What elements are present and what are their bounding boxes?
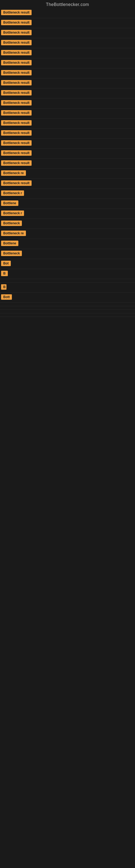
bottleneck-result-badge[interactable]: Bottleneck result <box>1 20 32 25</box>
list-item: Bottleneck result <box>0 48 135 58</box>
list-item: Bottlene <box>0 239 135 249</box>
list-item: B <box>0 269 135 279</box>
bottleneck-result-badge[interactable]: Bottleneck result <box>1 180 32 186</box>
bottleneck-result-badge[interactable]: Bottleneck re <box>1 170 26 176</box>
bottleneck-result-badge[interactable]: Bottleneck re <box>1 230 26 236</box>
list-item: Bottleneck result <box>0 58 135 68</box>
bottleneck-result-badge[interactable]: Bottleneck result <box>1 60 32 65</box>
list-item: Bottleneck result <box>0 119 135 129</box>
bottleneck-result-badge[interactable]: Bottleneck result <box>1 160 32 166</box>
list-item: Bottleneck result <box>0 129 135 138</box>
bottleneck-result-badge[interactable]: Bottleneck result <box>1 90 32 95</box>
bottleneck-result-badge[interactable]: Bottleneck result <box>1 120 32 126</box>
bottleneck-result-badge[interactable]: Bottlene <box>1 200 18 206</box>
bottleneck-result-badge[interactable]: Bottleneck r <box>1 190 24 196</box>
bottleneck-result-badge[interactable]: B <box>1 284 6 290</box>
bottleneck-result-badge[interactable]: Bottleneck result <box>1 50 32 55</box>
bottleneck-result-badge[interactable]: Bottleneck <box>1 251 22 256</box>
list-item: Bottleneck result <box>0 18 135 28</box>
bottleneck-result-badge[interactable]: B <box>1 271 8 276</box>
bottleneck-result-badge[interactable]: Bottleneck result <box>1 130 32 135</box>
list-item: Bot <box>0 259 135 269</box>
list-item: Bottlene <box>0 199 135 209</box>
list-item: Bottleneck result <box>0 98 135 108</box>
list-item: Bottleneck result <box>0 108 135 119</box>
list-item <box>0 306 135 310</box>
bottleneck-result-badge[interactable]: Bottleneck result <box>1 40 32 45</box>
bottleneck-result-badge[interactable]: Bottleneck r <box>1 211 24 216</box>
list-item: Bottleneck result <box>0 179 135 189</box>
list-item <box>0 279 135 283</box>
site-title: TheBottlenecker.com <box>0 0 135 8</box>
bottleneck-result-badge[interactable]: Bot <box>1 261 11 266</box>
bottleneck-result-badge[interactable]: Bottleneck result <box>1 70 32 75</box>
list-item: Bottleneck result <box>0 88 135 98</box>
list-item: Bottleneck re <box>0 229 135 239</box>
list-item: Bottleneck result <box>0 79 135 88</box>
list-item <box>0 313 135 317</box>
list-item: Bottleneck result <box>0 138 135 149</box>
list-item: Bottleneck re <box>0 169 135 179</box>
list-item: B <box>0 283 135 293</box>
bottleneck-result-badge[interactable]: Bottleneck result <box>1 30 32 35</box>
bottleneck-result-badge[interactable]: Bott <box>1 294 12 300</box>
list-item: Bottleneck result <box>0 68 135 79</box>
list-item: Bottleneck result <box>0 149 135 159</box>
list-item: Bottleneck result <box>0 159 135 169</box>
list-item <box>0 317 135 320</box>
list-item: Bottleneck <box>0 219 135 229</box>
list-item <box>0 310 135 313</box>
list-item: Bottleneck result <box>0 38 135 48</box>
bottleneck-result-badge[interactable]: Bottleneck result <box>1 140 32 146</box>
bottleneck-result-badge[interactable]: Bottleneck result <box>1 150 32 156</box>
bottleneck-result-badge[interactable]: Bottleneck result <box>1 10 32 15</box>
bottleneck-result-badge[interactable]: Bottleneck result <box>1 80 32 86</box>
list-item: Bottleneck <box>0 249 135 259</box>
bottleneck-result-badge[interactable]: Bottlene <box>1 241 18 246</box>
list-item <box>0 303 135 306</box>
list-item: Bottleneck r <box>0 189 135 199</box>
bottleneck-result-badge[interactable]: Bottleneck result <box>1 110 32 116</box>
bottleneck-result-badge[interactable]: Bottleneck <box>1 220 22 226</box>
list-item: Bottleneck result <box>0 28 135 38</box>
list-item: Bottleneck result <box>0 8 135 18</box>
list-item: Bottleneck r <box>0 209 135 219</box>
list-item: Bott <box>0 293 135 303</box>
bottleneck-result-badge[interactable]: Bottleneck result <box>1 100 32 105</box>
